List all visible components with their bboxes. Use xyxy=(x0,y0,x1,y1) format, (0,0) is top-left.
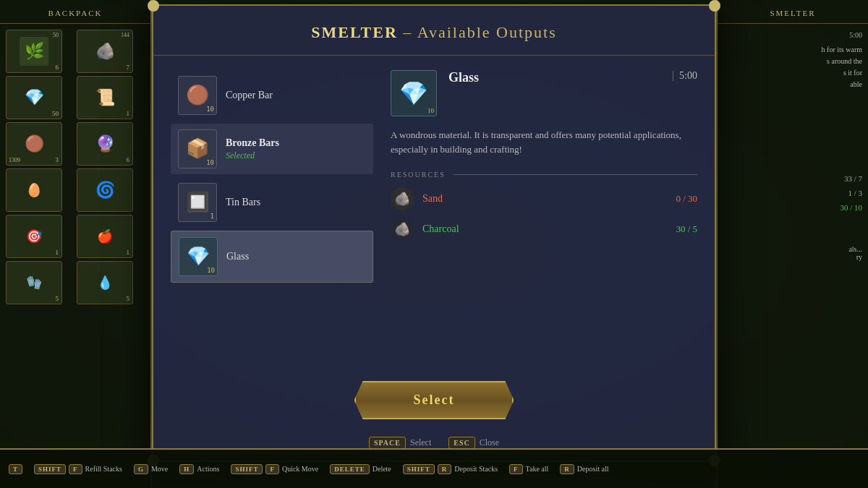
space-key: SPACE xyxy=(369,437,406,449)
hint-esc: ESC Close xyxy=(448,437,499,449)
bottom-bar: T SHIFT F Refill Stacks G Move H Actions… xyxy=(0,448,868,488)
sand-icon: 🪨 xyxy=(391,187,414,210)
charcoal-icon: 🪨 xyxy=(391,218,414,241)
resources-label: RESOURCES xyxy=(391,171,446,179)
time-divider xyxy=(673,71,673,81)
tin-bars-name: Tin Bars xyxy=(226,197,366,208)
list-item-glass[interactable]: 💎 10 Glass xyxy=(171,231,373,283)
resource-row-sand: 🪨 Sand 0 / 30 xyxy=(391,187,697,210)
detail-glass-count: 10 xyxy=(427,107,434,114)
bronze-bars-count: 10 xyxy=(206,159,214,166)
sand-name: Sand xyxy=(422,193,667,205)
depositall-label: Deposit all xyxy=(577,465,609,473)
detail-header: 💎 10 Glass 5:00 xyxy=(391,70,697,116)
tin-bars-icon: 🔲 1 xyxy=(178,183,217,222)
glass-info: Glass xyxy=(226,251,365,262)
copper-bar-icon: 🟤 10 xyxy=(178,76,217,115)
modal-overlay: SMELTER – Available Outputs 🟤 10 Copper … xyxy=(0,0,868,488)
esc-key: ESC xyxy=(448,437,475,449)
modal-title: SMELTER – Available Outputs xyxy=(153,6,715,56)
detail-name-row: Glass 5:00 xyxy=(448,70,697,85)
f-key-badge3: F xyxy=(509,464,523,474)
bottom-key-move: G Move xyxy=(134,464,168,474)
shift-key-badge3: SHIFT xyxy=(403,464,435,474)
g-key-badge: G xyxy=(134,464,148,474)
select-button[interactable]: Select xyxy=(354,381,514,419)
shift-key-badge: SHIFT xyxy=(34,464,66,474)
r-key-badge: R xyxy=(438,464,452,474)
deposit-label: Deposit Stacks xyxy=(454,465,498,473)
corner-decoration-tl xyxy=(148,0,159,12)
bottom-key-depositall: R Deposit all xyxy=(560,464,608,474)
h-key-badge: H xyxy=(179,464,194,474)
select-btn-container: Select xyxy=(153,367,715,437)
quickmove-label: Quick Move xyxy=(282,465,318,473)
resources-divider xyxy=(453,174,697,175)
sand-amount: 0 / 30 xyxy=(676,193,697,205)
bottom-key-delete: DELETE Delete xyxy=(330,464,391,474)
resource-row-charcoal: 🪨 Charcoal 30 / 5 xyxy=(391,218,697,241)
detail-time-value: 5:00 xyxy=(679,70,697,82)
list-item-bronze-bars[interactable]: 📦 10 Bronze Bars Selected xyxy=(171,124,373,174)
bottom-key-quickmove: SHIFT F Quick Move xyxy=(231,464,318,474)
actions-label: Actions xyxy=(197,465,219,473)
bronze-bars-name: Bronze Bars xyxy=(226,137,366,149)
detail-panel: 💎 10 Glass 5:00 A wondrous material. It … xyxy=(391,70,697,352)
delete-label: Delete xyxy=(373,465,391,473)
f-key-badge2: F xyxy=(265,464,279,474)
copper-bar-name: Copper Bar xyxy=(226,90,366,101)
list-item-copper-bar[interactable]: 🟤 10 Copper Bar xyxy=(171,70,373,121)
tin-bars-count: 1 xyxy=(210,213,214,220)
copper-bar-info: Copper Bar xyxy=(226,90,366,101)
refill-label: Refill Stacks xyxy=(85,465,122,473)
move-label: Move xyxy=(151,465,168,473)
corner-decoration-tr xyxy=(709,0,720,12)
t-key-badge: T xyxy=(9,464,22,474)
detail-time: 5:00 xyxy=(673,70,697,82)
shift-key-badge2: SHIFT xyxy=(231,464,263,474)
r-key-badge2: R xyxy=(560,464,574,474)
charcoal-amount: 30 / 5 xyxy=(676,223,697,235)
detail-glass-icon: 💎 10 xyxy=(391,70,437,116)
item-list: 🟤 10 Copper Bar 📦 10 Bronze Bars xyxy=(171,70,373,352)
bottom-key-shift: SHIFT F Refill Stacks xyxy=(34,464,122,474)
hint-space: SPACE Select xyxy=(369,437,431,449)
bottom-key-t: T xyxy=(9,464,22,474)
list-item-tin-bars[interactable]: 🔲 1 Tin Bars xyxy=(171,177,373,228)
bronze-bars-selected-label: Selected xyxy=(226,150,366,161)
bottom-key-deposit: SHIFT R Deposit Stacks xyxy=(403,464,498,474)
takeall-label: Take all xyxy=(526,465,549,473)
glass-list-count: 10 xyxy=(207,267,215,274)
esc-label: Close xyxy=(480,437,499,448)
detail-description: A wondrous material. It is transparent a… xyxy=(391,128,697,156)
modal-body: 🟤 10 Copper Bar 📦 10 Bronze Bars xyxy=(153,56,715,367)
glass-name: Glass xyxy=(226,251,365,262)
bottom-key-takeall: F Take all xyxy=(509,464,548,474)
bronze-bars-info: Bronze Bars Selected xyxy=(226,137,366,161)
copper-bar-count: 10 xyxy=(206,106,214,113)
delete-key-badge: DELETE xyxy=(330,464,370,474)
tin-bars-info: Tin Bars xyxy=(226,197,366,208)
modal-title-main: SMELTER xyxy=(311,23,398,41)
f-key-badge: F xyxy=(69,464,82,474)
resources-header: RESOURCES xyxy=(391,171,697,179)
charcoal-name: Charcoal xyxy=(422,223,667,235)
space-label: Select xyxy=(410,437,431,448)
bottom-key-actions: H Actions xyxy=(179,464,219,474)
bronze-bars-icon: 📦 10 xyxy=(178,129,217,168)
smelter-modal: SMELTER – Available Outputs 🟤 10 Copper … xyxy=(152,4,716,462)
detail-item-name: Glass xyxy=(448,70,479,85)
glass-list-icon: 💎 10 xyxy=(179,237,218,276)
